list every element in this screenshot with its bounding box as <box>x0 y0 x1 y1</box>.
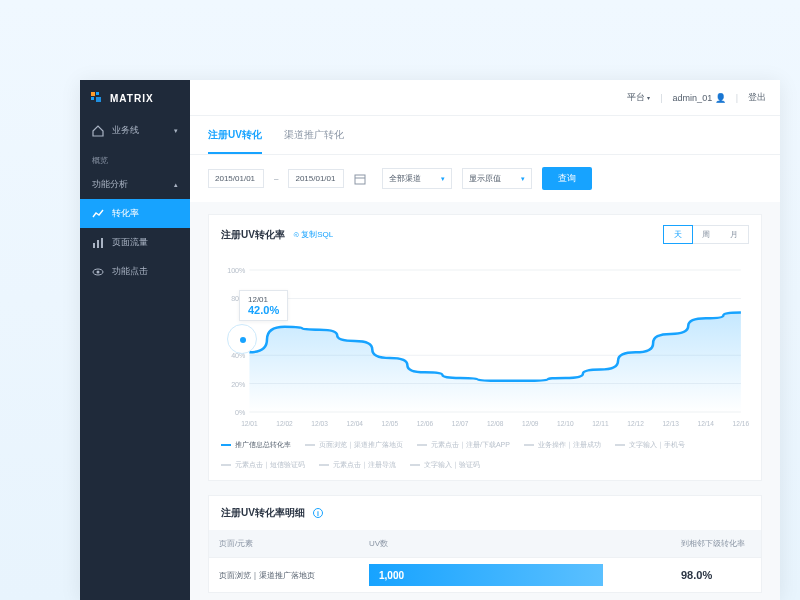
sidebar-item-function-click[interactable]: 功能点击 <box>80 257 190 286</box>
table-row: 页面浏览｜渠道推广落地页 1,000 98.0% <box>209 557 761 592</box>
channel-select[interactable]: 全部渠道▾ <box>382 168 452 189</box>
table-header: 页面/元素 UV数 到相邻下级转化率 <box>209 530 761 557</box>
filter-bar: – 全部渠道▾ 显示原值▾ 查询 <box>190 155 780 202</box>
topbar: 平台 ▾ | admin_01 👤 | 登出 <box>190 80 780 116</box>
svg-text:20%: 20% <box>231 381 246 388</box>
legend-item[interactable]: 业务操作｜注册成功 <box>524 440 601 450</box>
svg-text:12/01: 12/01 <box>241 420 258 427</box>
copy-sql-link[interactable]: ⊙ 复制SQL <box>293 229 333 240</box>
svg-text:12/10: 12/10 <box>557 420 574 427</box>
svg-text:0%: 0% <box>235 409 246 416</box>
svg-text:12/02: 12/02 <box>276 420 293 427</box>
period-day[interactable]: 天 <box>663 225 693 244</box>
svg-text:12/12: 12/12 <box>627 420 644 427</box>
cell-uv-bar: 1,000 <box>359 558 671 592</box>
col-uv: UV数 <box>359 530 671 557</box>
svg-text:12/11: 12/11 <box>592 420 609 427</box>
platform-dropdown[interactable]: 平台 ▾ <box>627 91 651 104</box>
app-window: MATRIX 业务线 ▾ 概览 功能分析 ▴ 转化率 页面流量 功能点击 <box>80 80 780 600</box>
display-select[interactable]: 显示原值▾ <box>462 168 532 189</box>
sidebar-item-label: 概览 <box>92 155 108 166</box>
svg-rect-0 <box>91 92 95 96</box>
logout-link[interactable]: 登出 <box>748 91 766 104</box>
logo: MATRIX <box>80 80 190 116</box>
legend-item[interactable]: 页面浏览｜渠道推广落地页 <box>305 440 403 450</box>
legend-item[interactable]: 元素点击｜注册/下载APP <box>417 440 510 450</box>
svg-text:12/14: 12/14 <box>698 420 715 427</box>
svg-text:12/06: 12/06 <box>417 420 434 427</box>
chart-legend: 推广信息总转化率页面浏览｜渠道推广落地页元素点击｜注册/下载APP业务操作｜注册… <box>209 436 761 480</box>
period-week[interactable]: 周 <box>692 226 720 243</box>
col-rate: 到相邻下级转化率 <box>671 530 761 557</box>
logo-icon <box>90 91 104 105</box>
svg-text:12/13: 12/13 <box>662 420 679 427</box>
sidebar-item-function-analysis[interactable]: 功能分析 ▴ <box>80 170 190 199</box>
chevron-up-icon: ▴ <box>174 181 178 189</box>
svg-text:12/04: 12/04 <box>346 420 363 427</box>
sidebar-item-business-line[interactable]: 业务线 ▾ <box>80 116 190 145</box>
sidebar-item-label: 功能分析 <box>92 178 128 191</box>
svg-text:12/03: 12/03 <box>311 420 328 427</box>
date-from-input[interactable] <box>208 169 264 188</box>
sidebar-item-label: 业务线 <box>112 124 139 137</box>
svg-point-8 <box>97 270 100 273</box>
tab-channel-promotion[interactable]: 渠道推广转化 <box>284 128 344 154</box>
detail-title: 注册UV转化率明细 i <box>221 506 323 520</box>
main-area: 平台 ▾ | admin_01 👤 | 登出 注册UV转化 渠道推广转化 – 全… <box>190 80 780 600</box>
date-to-input[interactable] <box>288 169 344 188</box>
svg-rect-4 <box>93 243 95 248</box>
sidebar: MATRIX 业务线 ▾ 概览 功能分析 ▴ 转化率 页面流量 功能点击 <box>80 80 190 600</box>
tooltip-marker-icon <box>227 324 257 354</box>
period-toggle: 天 周 月 <box>663 225 749 244</box>
chart-tooltip: 12/01 42.0% <box>239 290 288 321</box>
calendar-icon[interactable] <box>354 173 366 185</box>
home-icon <box>92 125 104 137</box>
svg-rect-1 <box>96 92 99 95</box>
svg-rect-9 <box>355 175 365 184</box>
eye-icon <box>92 266 104 278</box>
period-month[interactable]: 月 <box>720 226 748 243</box>
svg-rect-6 <box>101 238 103 248</box>
sidebar-section-overview: 概览 <box>80 145 190 170</box>
cell-rate: 98.0% <box>671 561 761 589</box>
sidebar-item-label: 功能点击 <box>112 265 148 278</box>
query-button[interactable]: 查询 <box>542 167 592 190</box>
user-menu[interactable]: admin_01 👤 <box>673 93 726 103</box>
svg-text:12/16: 12/16 <box>733 420 749 427</box>
svg-text:12/05: 12/05 <box>382 420 399 427</box>
svg-text:12/08: 12/08 <box>487 420 504 427</box>
sidebar-item-conversion-rate[interactable]: 转化率 <box>80 199 190 228</box>
col-page-element: 页面/元素 <box>209 530 359 557</box>
tab-bar: 注册UV转化 渠道推广转化 <box>190 116 780 155</box>
svg-text:100%: 100% <box>227 267 246 274</box>
line-chart: 0%20%40%80%100%12/0112/0212/0312/0412/05… <box>221 262 749 432</box>
legend-item[interactable]: 文字输入｜验证码 <box>410 460 480 470</box>
chart-icon <box>92 208 104 220</box>
bar-icon <box>92 237 104 249</box>
avatar-icon: 👤 <box>715 93 726 103</box>
sidebar-item-label: 页面流量 <box>112 236 148 249</box>
chevron-down-icon: ▾ <box>174 127 178 135</box>
chevron-down-icon: ▾ <box>647 95 650 101</box>
svg-rect-3 <box>96 97 101 102</box>
detail-card: 注册UV转化率明细 i 页面/元素 UV数 到相邻下级转化率 页面浏览｜渠道推广… <box>208 495 762 593</box>
chevron-down-icon: ▾ <box>521 175 525 183</box>
legend-item[interactable]: 元素点击｜短信验证码 <box>221 460 305 470</box>
info-icon[interactable]: i <box>313 508 323 518</box>
uv-bar: 1,000 <box>369 564 603 586</box>
svg-rect-5 <box>97 240 99 248</box>
legend-item[interactable]: 元素点击｜注册导流 <box>319 460 396 470</box>
chevron-down-icon: ▾ <box>441 175 445 183</box>
content-scroll[interactable]: 注册UV转化率 ⊙ 复制SQL 天 周 月 12/01 42.0% <box>190 202 780 600</box>
svg-text:12/09: 12/09 <box>522 420 539 427</box>
chart-area: 12/01 42.0% 0%20%40%80%100%12/0112/0212/… <box>209 254 761 436</box>
svg-text:12/07: 12/07 <box>452 420 469 427</box>
sidebar-item-page-traffic[interactable]: 页面流量 <box>80 228 190 257</box>
tab-register-uv[interactable]: 注册UV转化 <box>208 128 262 154</box>
legend-item[interactable]: 推广信息总转化率 <box>221 440 291 450</box>
svg-rect-2 <box>91 97 94 100</box>
sidebar-item-label: 转化率 <box>112 207 139 220</box>
cell-label: 页面浏览｜渠道推广落地页 <box>209 562 359 589</box>
chart-card: 注册UV转化率 ⊙ 复制SQL 天 周 月 12/01 42.0% <box>208 214 762 481</box>
legend-item[interactable]: 文字输入｜手机号 <box>615 440 685 450</box>
